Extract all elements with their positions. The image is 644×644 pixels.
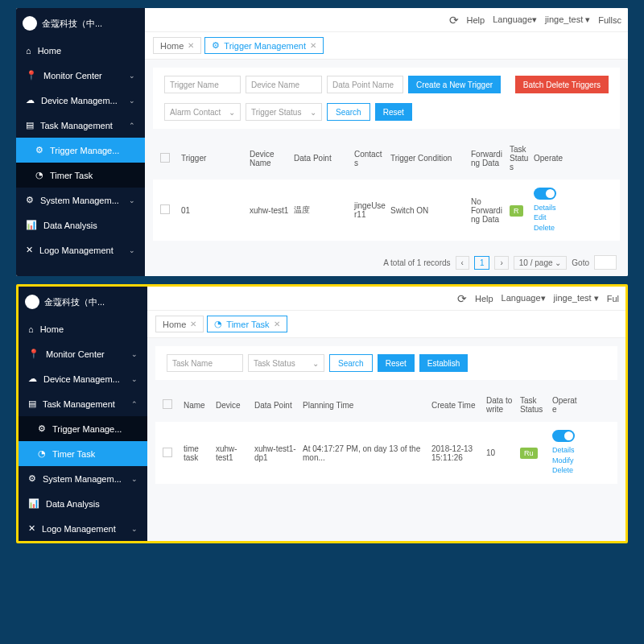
- chevron-down-icon: ⌄: [131, 350, 138, 358]
- tab-label: Trigger Management: [224, 41, 306, 51]
- triggers-table: Trigger Device Name Data Point Contacts …: [153, 137, 620, 241]
- tab-home[interactable]: Home✕: [153, 37, 201, 54]
- nav-logo[interactable]: ✕Logo Management⌄: [16, 237, 145, 262]
- cross-icon: ✕: [26, 245, 33, 255]
- nav-logo[interactable]: ✕Logo Management⌄: [19, 516, 147, 541]
- nav-timer[interactable]: ◔Timer Task: [19, 441, 147, 466]
- fullscreen-link[interactable]: Fullsc: [598, 15, 621, 25]
- row-checkbox[interactable]: [160, 204, 170, 214]
- help-link[interactable]: Help: [475, 294, 493, 303]
- nav-home[interactable]: ⌂Home: [19, 317, 147, 341]
- language-label: Language: [502, 293, 541, 303]
- brand-text: 金蔻科技（中...: [44, 296, 105, 308]
- gear-icon: ⚙: [28, 473, 36, 484]
- nav-label: Data Analysis: [46, 499, 100, 509]
- nav-device[interactable]: ☁Device Managem...⌄: [16, 88, 145, 113]
- language-label: Language: [493, 14, 532, 24]
- chevron-down-icon: ⌄: [229, 108, 235, 117]
- filter-bar: Task Name Task Status⌄ Search Reset Esta…: [155, 346, 617, 380]
- nav-timer[interactable]: ◔Timer Task: [16, 163, 145, 188]
- placeholder: Trigger Status: [251, 108, 301, 117]
- nav-system[interactable]: ⚙System Managem...⌄: [16, 188, 145, 213]
- pagination: A total of 1 records ‹ 1 › 10 / page ⌄ G…: [145, 249, 628, 276]
- trigger-icon: ⚙: [38, 423, 46, 434]
- help-link[interactable]: Help: [467, 15, 485, 25]
- nav-monitor[interactable]: 📍Monitor Center⌄: [16, 63, 145, 88]
- user-dropdown[interactable]: jinge_test ▾: [554, 293, 599, 303]
- trigger-name-input[interactable]: Trigger Name: [164, 76, 241, 93]
- col-datawrite: Data to write: [484, 396, 518, 414]
- search-button[interactable]: Search: [329, 354, 373, 372]
- details-link[interactable]: Details: [534, 204, 556, 212]
- next-page-button[interactable]: ›: [494, 256, 508, 270]
- reset-button[interactable]: Reset: [378, 354, 415, 372]
- datapoint-name-input[interactable]: Data Point Name: [327, 76, 403, 93]
- nav-task[interactable]: ▤Task Management⌃: [16, 113, 145, 138]
- prev-page-button[interactable]: ‹: [456, 256, 469, 270]
- nav-monitor[interactable]: 📍Monitor Center⌄: [19, 341, 147, 366]
- task-icon: ▤: [28, 398, 36, 409]
- nav-label: Task Management: [43, 399, 115, 409]
- edit-link[interactable]: Edit: [534, 213, 547, 221]
- task-name-input[interactable]: Task Name: [167, 354, 243, 372]
- perpage-select[interactable]: 10 / page ⌄: [514, 256, 568, 270]
- page-number-button[interactable]: 1: [474, 256, 490, 270]
- nav-device[interactable]: ☁Device Managem...⌄: [19, 366, 147, 391]
- fullscreen-link[interactable]: Ful: [607, 294, 619, 303]
- nav-trigger[interactable]: ⚙Trigger Manage...: [16, 138, 145, 163]
- cell-createtime: 2018-12-13 15:11:26: [429, 444, 484, 462]
- nav-label: Data Analysis: [43, 221, 97, 230]
- delete-link[interactable]: Delete: [534, 224, 555, 232]
- device-name-input[interactable]: Device Name: [246, 76, 322, 93]
- details-link[interactable]: Details: [552, 446, 575, 454]
- alarm-contact-select[interactable]: Alarm Contact⌄: [164, 103, 241, 121]
- batch-delete-button[interactable]: Batch Delete Triggers: [515, 76, 609, 93]
- task-status-select[interactable]: Task Status⌄: [248, 354, 324, 372]
- col-status: Task Status: [518, 396, 550, 414]
- chevron-down-icon: ⌄: [131, 475, 138, 483]
- nav-home[interactable]: ⌂Home: [16, 39, 145, 63]
- refresh-icon[interactable]: ⟳: [457, 292, 467, 305]
- timer-table: Name Device Data Point Planning Time Cre…: [155, 388, 617, 483]
- close-icon[interactable]: ✕: [310, 41, 316, 50]
- tab-trigger[interactable]: ⚙Trigger Management✕: [204, 37, 324, 54]
- toggle-switch[interactable]: [552, 430, 575, 442]
- user-dropdown[interactable]: jinge_test ▾: [545, 14, 590, 25]
- language-dropdown[interactable]: Language▾: [493, 14, 537, 25]
- nav-trigger[interactable]: ⚙Trigger Manage...: [19, 416, 147, 441]
- nav-system[interactable]: ⚙System Managem...⌄: [19, 466, 147, 491]
- select-all-checkbox[interactable]: [160, 153, 170, 163]
- reset-button[interactable]: Reset: [375, 103, 412, 121]
- cell-datapoint: xuhw-test1-dp1: [252, 444, 300, 462]
- language-dropdown[interactable]: Language▾: [502, 293, 546, 303]
- device-icon: ☁: [26, 95, 35, 105]
- tab-timer[interactable]: ◔Timer Task✕: [207, 316, 287, 332]
- screenshot-timer: 金蔻科技（中... ⌂Home 📍Monitor Center⌄ ☁Device…: [16, 284, 628, 543]
- row-checkbox[interactable]: [163, 448, 172, 457]
- cell-condition: Switch ON: [388, 206, 469, 215]
- modify-link[interactable]: Modify: [552, 456, 574, 464]
- refresh-icon[interactable]: ⟳: [449, 14, 459, 27]
- toggle-switch[interactable]: [534, 188, 556, 200]
- tab-label: Home: [163, 320, 186, 329]
- select-all-checkbox[interactable]: [163, 399, 172, 409]
- nav-data[interactable]: 📊Data Analysis: [16, 213, 145, 237]
- establish-button[interactable]: Establish: [419, 354, 469, 372]
- nav-data[interactable]: 📊Data Analysis: [19, 491, 147, 516]
- delete-link[interactable]: Delete: [552, 466, 573, 474]
- create-trigger-button[interactable]: Create a New Trigger: [408, 76, 501, 93]
- trigger-status-select[interactable]: Trigger Status⌄: [246, 103, 322, 121]
- chevron-down-icon: ⌄: [310, 108, 316, 117]
- close-icon[interactable]: ✕: [190, 320, 196, 328]
- goto-input[interactable]: [594, 255, 617, 270]
- nav-task[interactable]: ▤Task Management⌃: [19, 391, 147, 416]
- cell-forwarding: No Forwarding Data: [469, 197, 507, 224]
- placeholder: Task Name: [172, 359, 213, 368]
- chevron-down-icon: ⌄: [129, 97, 135, 105]
- close-icon[interactable]: ✕: [188, 41, 194, 50]
- search-button[interactable]: Search: [327, 103, 370, 121]
- tab-home[interactable]: Home✕: [155, 316, 204, 332]
- pin-icon: 📍: [26, 70, 37, 80]
- nav-label: Task Management: [40, 121, 113, 130]
- close-icon[interactable]: ✕: [274, 320, 280, 328]
